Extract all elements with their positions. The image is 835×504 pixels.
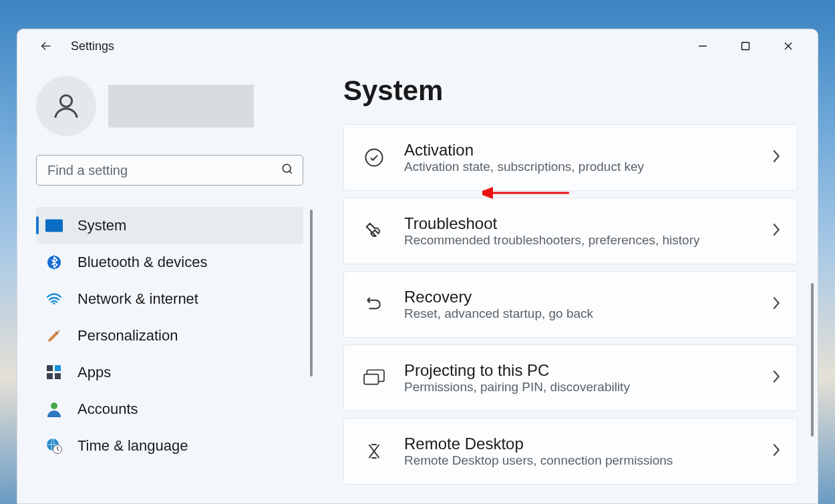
settings-window: Settings xyxy=(17,29,818,504)
accounts-icon xyxy=(45,401,63,418)
chevron-right-icon xyxy=(772,369,781,387)
clock-globe-icon xyxy=(45,437,63,455)
svg-rect-0 xyxy=(742,43,749,50)
user-name-placeholder xyxy=(108,85,254,128)
sidebar-item-time[interactable]: Time & language xyxy=(36,427,303,464)
sidebar-item-label: Accounts xyxy=(77,401,138,418)
svg-rect-16 xyxy=(364,374,378,385)
chevron-right-icon xyxy=(772,149,781,166)
person-icon xyxy=(51,91,81,121)
sidebar-scrollbar[interactable] xyxy=(310,210,313,376)
card-title: Troubleshoot xyxy=(404,214,772,233)
card-recovery[interactable]: Recovery Reset, advanced startup, go bac… xyxy=(343,271,798,338)
wrench-icon xyxy=(363,220,385,242)
sidebar-item-personalization[interactable]: Personalization xyxy=(36,317,303,354)
system-icon xyxy=(45,217,63,234)
sidebar-item-label: Apps xyxy=(77,364,111,381)
maximize-icon xyxy=(741,41,750,51)
svg-point-6 xyxy=(57,330,60,332)
chevron-right-icon xyxy=(772,443,781,460)
card-troubleshoot[interactable]: Troubleshoot Recommended troubleshooters… xyxy=(343,198,798,264)
app-title: Settings xyxy=(71,39,114,53)
maximize-button[interactable] xyxy=(724,33,767,59)
recovery-icon xyxy=(363,293,385,316)
card-title: Remote Desktop xyxy=(404,435,772,453)
card-subtitle: Reset, advanced startup, go back xyxy=(404,306,772,321)
page-title: System xyxy=(343,75,798,107)
back-button[interactable] xyxy=(36,36,56,56)
activation-icon xyxy=(363,146,385,169)
sidebar-item-network[interactable]: Network & internet xyxy=(36,280,303,317)
main-content: System Activation Activation state, subs… xyxy=(325,63,818,503)
sidebar-item-bluetooth[interactable]: Bluetooth & devices xyxy=(36,244,303,280)
close-icon xyxy=(784,41,793,51)
svg-rect-9 xyxy=(47,373,53,379)
search-input[interactable] xyxy=(36,155,303,186)
wifi-icon xyxy=(45,290,63,308)
svg-rect-10 xyxy=(55,373,61,379)
card-subtitle: Recommended troubleshooters, preferences… xyxy=(404,233,772,248)
card-subtitle: Remote Desktop users, connection permiss… xyxy=(404,453,772,468)
card-subtitle: Activation state, subscriptions, product… xyxy=(404,160,772,174)
sidebar-item-label: Time & language xyxy=(77,437,188,455)
minimize-button[interactable] xyxy=(681,33,724,59)
sidebar: System Bluetooth & devices Network & int… xyxy=(17,63,325,503)
card-remote-desktop[interactable]: Remote Desktop Remote Desktop users, con… xyxy=(343,418,798,485)
card-subtitle: Permissions, pairing PIN, discoverabilit… xyxy=(404,380,772,395)
settings-card-list: Activation Activation state, subscriptio… xyxy=(343,124,798,485)
sidebar-item-label: Bluetooth & devices xyxy=(77,254,207,271)
card-title: Recovery xyxy=(404,288,772,306)
sidebar-item-label: Network & internet xyxy=(77,290,198,308)
sidebar-item-label: Personalization xyxy=(77,327,178,344)
paintbrush-icon xyxy=(45,327,63,344)
apps-icon xyxy=(45,364,63,381)
remote-desktop-icon xyxy=(363,440,385,463)
sidebar-item-apps[interactable]: Apps xyxy=(36,354,303,391)
sidebar-item-system[interactable]: System xyxy=(36,207,303,244)
svg-rect-8 xyxy=(55,365,61,371)
card-title: Activation xyxy=(404,141,772,160)
back-arrow-icon xyxy=(39,39,53,53)
svg-rect-7 xyxy=(47,365,53,371)
minimize-icon xyxy=(698,41,707,51)
svg-point-14 xyxy=(366,150,383,166)
close-button[interactable] xyxy=(767,33,810,59)
chevron-right-icon xyxy=(772,296,781,313)
search-icon xyxy=(281,162,294,178)
svg-point-11 xyxy=(51,403,57,409)
sidebar-item-label: System xyxy=(77,217,126,234)
card-title: Projecting to this PC xyxy=(404,361,772,380)
card-projecting[interactable]: Projecting to this PC Permissions, pairi… xyxy=(343,344,798,411)
search-field[interactable] xyxy=(36,155,303,186)
chevron-right-icon xyxy=(772,222,781,240)
svg-point-2 xyxy=(283,164,291,172)
title-bar: Settings xyxy=(17,29,818,63)
main-scrollbar[interactable] xyxy=(811,283,814,437)
avatar xyxy=(36,76,96,136)
nav-list: System Bluetooth & devices Network & int… xyxy=(36,207,303,464)
bluetooth-icon xyxy=(45,254,63,271)
card-activation[interactable]: Activation Activation state, subscriptio… xyxy=(343,124,798,191)
sidebar-item-accounts[interactable]: Accounts xyxy=(36,391,303,427)
svg-point-1 xyxy=(60,95,71,107)
profile-section[interactable] xyxy=(36,76,325,136)
svg-rect-4 xyxy=(45,219,63,232)
window-controls xyxy=(681,33,810,59)
projecting-icon xyxy=(363,366,385,389)
